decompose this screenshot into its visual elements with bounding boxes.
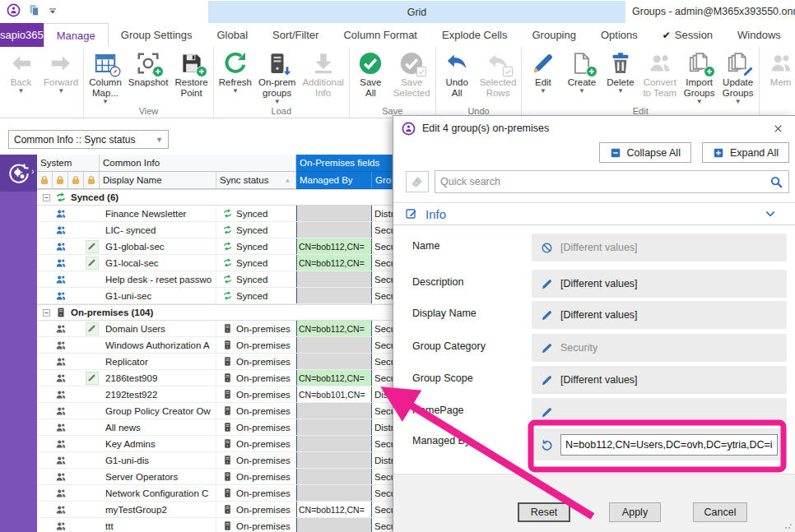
managed-by-cell[interactable]: CN=bob101,CN= bbox=[296, 386, 372, 402]
managed-by-cell[interactable] bbox=[296, 419, 372, 435]
display-name-cell[interactable]: Key Admins bbox=[100, 436, 216, 451]
field-value-button[interactable]: [Different values] bbox=[532, 270, 787, 298]
display-name-cell[interactable]: Replicator bbox=[100, 354, 216, 369]
group-category-cell[interactable]: Distri bbox=[372, 452, 393, 468]
group-category-cell[interactable]: Secur bbox=[372, 370, 393, 386]
tab-global[interactable]: Global bbox=[204, 23, 260, 47]
group-category-cell[interactable]: Secur bbox=[372, 337, 393, 353]
qat-caret-icon[interactable] bbox=[48, 6, 58, 16]
chevron-down-icon[interactable] bbox=[764, 207, 777, 220]
field-value-button[interactable]: [Different values] bbox=[532, 366, 787, 394]
group-category-cell[interactable]: Secur bbox=[372, 255, 393, 271]
table-row[interactable]: myTestGroup2On-premisesCN=bob112,CN=Secu… bbox=[37, 502, 393, 518]
display-name-cell[interactable]: Help desk - reset passwo bbox=[100, 271, 216, 287]
group-header-row[interactable]: Synced (6) bbox=[37, 189, 393, 206]
display-name-cell[interactable]: Server Operators bbox=[100, 469, 216, 484]
table-row[interactable]: Help desk - reset passwoSyncedSecur bbox=[37, 271, 393, 288]
snapshot-button[interactable]: Snapshot bbox=[125, 49, 172, 88]
header-sync-status[interactable]: Sync status bbox=[216, 172, 296, 189]
table-row[interactable]: Finance NewsletterSyncedDistri bbox=[37, 206, 393, 222]
tab-windows[interactable]: Windows bbox=[725, 23, 793, 47]
lock-column-1[interactable] bbox=[37, 172, 53, 189]
sync-status-cell[interactable]: Synced bbox=[216, 238, 296, 254]
display-name-cell[interactable]: G1-uni-dis bbox=[100, 452, 216, 468]
display-name-cell[interactable]: All news bbox=[100, 419, 216, 435]
display-name-cell[interactable]: LIC- synced bbox=[100, 222, 216, 238]
managed-by-cell[interactable] bbox=[296, 469, 372, 484]
sync-status-cell[interactable]: Synced bbox=[216, 271, 296, 287]
managed-by-cell[interactable] bbox=[296, 485, 372, 501]
tab-session[interactable]: ✔Session bbox=[650, 23, 725, 47]
sync-status-cell[interactable]: On-premises bbox=[216, 518, 296, 532]
display-name-cell[interactable]: Windows Authorization A bbox=[100, 337, 216, 353]
group-category-cell[interactable]: Secur bbox=[372, 518, 393, 532]
search-icon[interactable] bbox=[769, 175, 783, 189]
column-map--button[interactable]: ColumnMap...▼ bbox=[86, 49, 125, 105]
sync-status-cell[interactable]: On-premises bbox=[216, 321, 296, 336]
managed-by-cell[interactable] bbox=[296, 354, 372, 369]
managed-by-cell[interactable]: CN=bob112,CN= bbox=[296, 255, 372, 271]
managed-by-cell[interactable]: CN=bob112,CN= bbox=[296, 502, 372, 517]
table-row[interactable]: G1-uni-secSyncedSecur bbox=[37, 288, 393, 304]
display-name-cell[interactable]: 2186test909 bbox=[100, 370, 216, 386]
sidebar-expand-icon[interactable]: › bbox=[31, 166, 35, 176]
display-name-cell[interactable]: Finance Newsletter bbox=[100, 206, 216, 221]
sync-status-cell[interactable]: Synced bbox=[216, 222, 296, 238]
tab-grouping[interactable]: Grouping bbox=[519, 23, 588, 47]
table-row[interactable]: tttOn-premisesSecur bbox=[37, 518, 393, 532]
group-category-cell[interactable]: Secur bbox=[372, 403, 393, 419]
managed-by-cell[interactable] bbox=[296, 518, 372, 532]
managed-by-cell[interactable] bbox=[296, 206, 372, 221]
table-row[interactable]: 2186test909On-premisesCN=bob112,CN=Secur bbox=[37, 370, 393, 386]
group-category-cell[interactable]: Distri bbox=[372, 386, 393, 402]
header-display-name[interactable]: Display Name bbox=[100, 172, 216, 189]
sync-status-cell[interactable]: Synced bbox=[216, 206, 296, 221]
managed-by-input[interactable] bbox=[560, 434, 778, 456]
sync-status-cell[interactable]: On-premises bbox=[216, 386, 296, 402]
edit-button[interactable]: Edit▼ bbox=[523, 49, 562, 95]
import-groups-button[interactable]: ImportGroups▼ bbox=[680, 49, 718, 105]
managed-by-cell[interactable]: CN=bob112,CN= bbox=[296, 321, 372, 336]
tab-explode-cells[interactable]: Explode Cells bbox=[430, 23, 520, 47]
clear-search-button[interactable] bbox=[406, 171, 429, 192]
display-name-cell[interactable]: G1-global-sec bbox=[100, 238, 216, 254]
managed-by-cell[interactable]: CN=bob112,CN= bbox=[296, 370, 372, 386]
group-category-cell[interactable]: Secur bbox=[372, 485, 393, 501]
table-row[interactable]: 2192test922On-premisesCN=bob101,CN=Distr… bbox=[37, 386, 393, 403]
windows-copy-icon[interactable] bbox=[27, 3, 41, 17]
field-value-button[interactable] bbox=[532, 398, 787, 426]
header-on-premises-fields[interactable]: On-Premises fields bbox=[296, 155, 393, 172]
sync-status-cell[interactable]: On-premises bbox=[216, 354, 296, 369]
table-row[interactable]: All newsOn-premisesDistri bbox=[37, 419, 393, 436]
field-value-button[interactable]: Security bbox=[532, 334, 787, 362]
lock-column-4[interactable] bbox=[84, 172, 100, 189]
managed-by-cell[interactable] bbox=[296, 452, 372, 468]
view-selector-dropdown[interactable]: Common Info :: Sync status ▼ bbox=[8, 130, 169, 149]
table-row[interactable]: Network Configuration COn-premisesSecur bbox=[37, 485, 393, 502]
sync-status-cell[interactable]: On-premises bbox=[216, 452, 296, 468]
tab-options[interactable]: Options bbox=[588, 23, 650, 47]
display-name-cell[interactable]: Group Policy Creator Ow bbox=[100, 403, 216, 419]
tab-column-format[interactable]: Column Format bbox=[331, 23, 430, 47]
group-category-cell[interactable]: Secur bbox=[372, 238, 393, 254]
search-input[interactable] bbox=[440, 176, 769, 187]
group-category-cell[interactable]: Secur bbox=[372, 354, 393, 369]
sync-status-cell[interactable]: On-premises bbox=[216, 485, 296, 501]
managed-by-cell[interactable] bbox=[296, 436, 372, 451]
managed-by-cell[interactable]: CN=bob112,CN= bbox=[296, 238, 372, 254]
table-row[interactable]: LIC- syncedSyncedSecur bbox=[37, 222, 393, 238]
group-category-cell[interactable]: Secur bbox=[372, 469, 393, 484]
table-row[interactable]: Key AdminsOn-premisesSecur bbox=[37, 436, 393, 452]
sync-status-cell[interactable]: On-premises bbox=[216, 337, 296, 353]
sync-status-cell[interactable]: On-premises bbox=[216, 502, 296, 517]
info-section-header[interactable]: Info bbox=[393, 202, 795, 225]
tab-group-settings[interactable]: Group Settings bbox=[109, 23, 205, 47]
collapse-all-button[interactable]: Collapse All bbox=[599, 142, 691, 163]
group-category-cell[interactable]: Secur bbox=[372, 288, 393, 303]
tab-sort-filter[interactable]: Sort/Filter bbox=[260, 23, 331, 47]
apply-button[interactable]: Apply bbox=[609, 502, 661, 522]
display-name-cell[interactable]: Network Configuration C bbox=[100, 485, 216, 501]
managed-by-cell[interactable] bbox=[296, 271, 372, 287]
sync-status-cell[interactable]: On-premises bbox=[216, 469, 296, 484]
header-system[interactable]: System bbox=[37, 155, 100, 172]
